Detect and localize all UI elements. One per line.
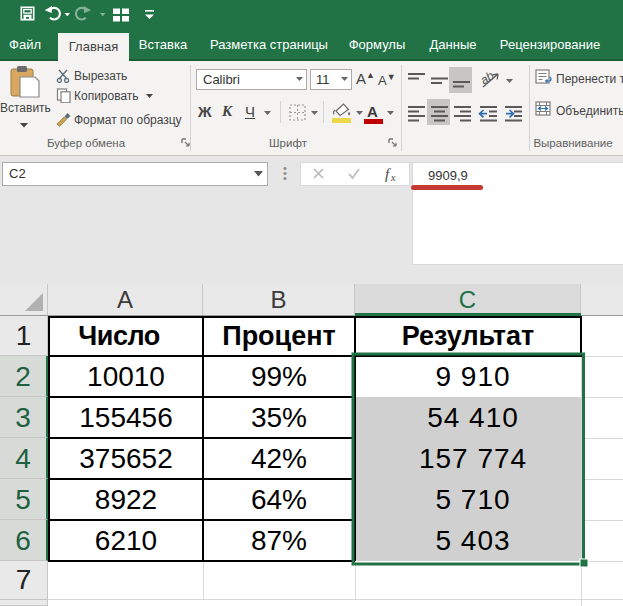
svg-text:x: x <box>390 172 396 183</box>
